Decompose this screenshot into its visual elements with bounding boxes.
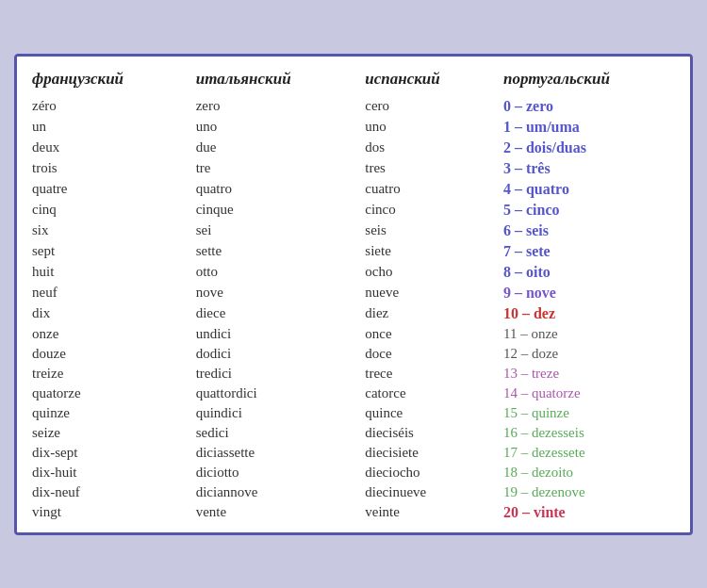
table-row: onzeundicionce11 – onze (25, 324, 682, 344)
table-row: quatorzequattordicicatorce14 – quatorze (25, 384, 682, 403)
cell-it-5: cinque (189, 200, 358, 220)
cell-pt-8: 8 – oito (496, 262, 682, 283)
cell-fr-11: onze (25, 324, 189, 344)
table-row: deuxduedos2 – dois/duas (25, 138, 682, 158)
cell-it-2: due (189, 138, 358, 158)
table-row: ununouno1 – um/uma (25, 117, 682, 138)
table-row: quinzequindiciquince15 – quinze (25, 403, 682, 423)
cell-fr-17: dix-sept (25, 443, 189, 463)
cell-es-14: catorce (357, 384, 496, 403)
cell-es-20: veinte (357, 502, 496, 523)
header-spanish: испанский (357, 66, 496, 96)
cell-it-15: quindici (189, 403, 358, 423)
cell-pt-9: 9 – nove (496, 283, 682, 303)
cell-fr-1: un (25, 117, 189, 138)
cell-fr-20: vingt (25, 502, 189, 523)
table-row: vingtventeveinte20 – vinte (25, 502, 682, 523)
cell-es-0: cero (357, 96, 496, 117)
cell-fr-12: douze (25, 344, 189, 364)
cell-es-7: siete (357, 241, 496, 262)
cell-it-8: otto (189, 262, 358, 283)
cell-it-9: nove (189, 283, 358, 303)
cell-pt-7: 7 – sete (496, 241, 682, 262)
table-row: neufnovenueve9 – nove (25, 283, 682, 303)
cell-es-1: uno (357, 117, 496, 138)
cell-pt-5: 5 – cinco (496, 200, 682, 220)
cell-es-2: dos (357, 138, 496, 158)
cell-fr-19: dix-neuf (25, 482, 189, 502)
cell-pt-18: 18 – dezoito (496, 463, 682, 482)
cell-es-17: diecisiete (357, 443, 496, 463)
table-row: troistretres3 – três (25, 158, 682, 179)
table-row: dix-neufdiciannovediecinueve19 – dezenov… (25, 482, 682, 502)
cell-es-9: nueve (357, 283, 496, 303)
cell-es-11: once (357, 324, 496, 344)
cell-it-20: vente (189, 502, 358, 523)
table-row: seizesedicidieciséis16 – dezesseis (25, 423, 682, 443)
header-italian: итальянский (189, 66, 358, 96)
cell-it-12: dodici (189, 344, 358, 364)
cell-it-11: undici (189, 324, 358, 344)
cell-es-8: ocho (357, 262, 496, 283)
table-row: douzedodicidoce12 – doze (25, 344, 682, 364)
cell-fr-8: huit (25, 262, 189, 283)
table-body: zérozerocero0 – zeroununouno1 – um/umade… (25, 96, 682, 523)
cell-es-15: quince (357, 403, 496, 423)
cell-es-16: dieciséis (357, 423, 496, 443)
cell-es-3: tres (357, 158, 496, 179)
cell-pt-1: 1 – um/uma (496, 117, 682, 138)
table-row: quatrequatrocuatro4 – quatro (25, 179, 682, 200)
cell-it-4: quatro (189, 179, 358, 200)
cell-es-12: doce (357, 344, 496, 364)
cell-pt-3: 3 – três (496, 158, 682, 179)
table-row: sixseiseis6 – seis (25, 220, 682, 241)
cell-pt-10: 10 – dez (496, 303, 682, 324)
cell-pt-16: 16 – dezesseis (496, 423, 682, 443)
table-row: cinqcinquecinco5 – cinco (25, 200, 682, 220)
header-french: французский (25, 66, 189, 96)
cell-pt-13: 13 – treze (496, 364, 682, 384)
cell-fr-18: dix-huit (25, 463, 189, 482)
cell-fr-7: sept (25, 241, 189, 262)
table-row: treizetredicitrece13 – treze (25, 364, 682, 384)
cell-fr-9: neuf (25, 283, 189, 303)
cell-pt-17: 17 – dezessete (496, 443, 682, 463)
cell-fr-6: six (25, 220, 189, 241)
cell-fr-13: treize (25, 364, 189, 384)
cell-es-10: diez (357, 303, 496, 324)
cell-pt-12: 12 – doze (496, 344, 682, 364)
cell-fr-4: quatre (25, 179, 189, 200)
cell-pt-14: 14 – quatorze (496, 384, 682, 403)
cell-pt-11: 11 – onze (496, 324, 682, 344)
language-table-container: французский итальянский испанский португ… (14, 54, 693, 535)
header-portuguese: португальский (496, 66, 682, 96)
cell-it-19: diciannove (189, 482, 358, 502)
cell-it-18: diciotto (189, 463, 358, 482)
cell-it-16: sedici (189, 423, 358, 443)
cell-fr-16: seize (25, 423, 189, 443)
header-row: французский итальянский испанский португ… (25, 66, 682, 96)
cell-fr-2: deux (25, 138, 189, 158)
cell-es-6: seis (357, 220, 496, 241)
cell-it-0: zero (189, 96, 358, 117)
cell-pt-19: 19 – dezenove (496, 482, 682, 502)
cell-it-3: tre (189, 158, 358, 179)
cell-pt-4: 4 – quatro (496, 179, 682, 200)
cell-fr-15: quinze (25, 403, 189, 423)
cell-fr-14: quatorze (25, 384, 189, 403)
cell-pt-20: 20 – vinte (496, 502, 682, 523)
cell-pt-6: 6 – seis (496, 220, 682, 241)
cell-es-18: dieciocho (357, 463, 496, 482)
cell-it-17: diciassette (189, 443, 358, 463)
table-row: septsettesiete7 – sete (25, 241, 682, 262)
cell-it-13: tredici (189, 364, 358, 384)
cell-it-7: sette (189, 241, 358, 262)
cell-es-4: cuatro (357, 179, 496, 200)
table-row: huitottoocho8 – oito (25, 262, 682, 283)
cell-it-1: uno (189, 117, 358, 138)
cell-it-14: quattordici (189, 384, 358, 403)
cell-fr-5: cinq (25, 200, 189, 220)
cell-fr-3: trois (25, 158, 189, 179)
table-row: dixdiecediez10 – dez (25, 303, 682, 324)
cell-es-19: diecinueve (357, 482, 496, 502)
